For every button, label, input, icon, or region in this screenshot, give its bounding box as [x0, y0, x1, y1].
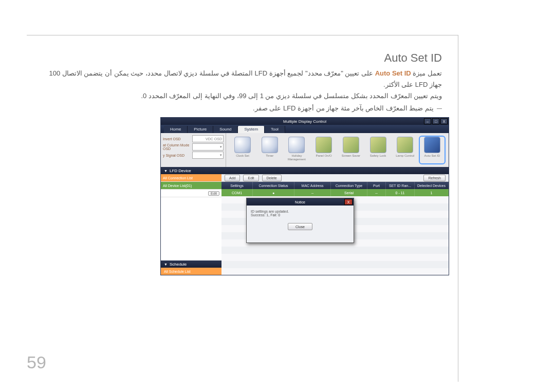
osd-row1-label: Invert OSD: [163, 137, 191, 141]
dialog-close-button[interactable]: Close: [288, 223, 312, 230]
osd-row3-label: y Signal OSD: [163, 154, 191, 157]
maximize-icon[interactable]: □: [432, 118, 439, 124]
ribbon-panel: Invert OSD VDC OSD at Column Mode OSD ▾ …: [161, 133, 449, 167]
ribbon-auto-set-id[interactable]: Auto Set ID: [420, 137, 445, 163]
col-conn-type[interactable]: Connection Type: [331, 182, 367, 189]
desc-1a: تعمل ميزة: [411, 69, 442, 77]
schedule-section-header[interactable]: Schedule: [161, 260, 221, 268]
lamp-icon: [397, 137, 413, 153]
right-vertical-rule: [458, 35, 458, 382]
tab-tool[interactable]: Tool: [265, 126, 285, 133]
ribbon-lamp-control[interactable]: Lamp Control: [393, 137, 417, 163]
ribbon-panel-onoff[interactable]: Panel On/O: [311, 137, 336, 163]
schedule-label: Schedule: [170, 262, 187, 267]
description-note: يتم ضبط المعرّف الخاص بآخر مئة جهاز من أ…: [47, 103, 442, 114]
notice-dialog: Notice X ID settings are updated. Succes…: [246, 198, 354, 243]
ribbon-timer[interactable]: Timer: [257, 137, 282, 163]
dialog-title: Notice: [295, 200, 305, 204]
section-heading: Auto Set ID: [384, 51, 442, 65]
app-window: Multiple Display Control – □ X Home Pict…: [160, 117, 449, 275]
cell-port: --: [367, 189, 386, 196]
sidebar-all-device-list[interactable]: All Device List(01): [161, 182, 221, 190]
cell-setid-range: 0 - 11: [386, 189, 415, 196]
window-title: Multiple Display Control: [283, 119, 326, 124]
lfd-device-section-header[interactable]: LFD Device: [161, 167, 449, 174]
col-setid-range[interactable]: SET ID Ran...: [386, 182, 415, 189]
dialog-line2: Success: 1, Fail: 0: [251, 213, 349, 217]
osd-row2-select[interactable]: ▾: [192, 143, 224, 151]
ribbon-clock-set[interactable]: Clock Set: [230, 137, 255, 163]
table-row[interactable]: COM1 ● -- Serial -- 0 - 11 1: [221, 189, 449, 196]
col-mac[interactable]: MAC Address: [294, 182, 331, 189]
ribbon-screen-saver[interactable]: Screen Saver: [339, 137, 363, 163]
ribbon-holiday[interactable]: Holiday Management: [284, 137, 309, 163]
dialog-close-icon[interactable]: X: [344, 199, 353, 205]
page-number: 59: [27, 352, 46, 372]
top-horizontal-rule: [27, 35, 458, 35]
ribbon-safety-lock[interactable]: Safety Lock: [366, 137, 391, 163]
dialog-body: ID settings are updated. Success: 1, Fai…: [247, 206, 354, 221]
panel-icon: [316, 137, 332, 153]
sidebar-group-label: Group: [163, 192, 173, 195]
main-menu-tabs: Home Picture Sound System Tool: [161, 125, 449, 133]
col-port[interactable]: Port: [367, 182, 386, 189]
col-conn-status[interactable]: Connection Status: [253, 182, 294, 189]
desc-keyword: Auto Set ID: [375, 69, 411, 77]
cell-conn-status: ●: [253, 189, 294, 196]
sidebar-edit-button[interactable]: Edit: [208, 191, 219, 196]
tab-sound[interactable]: Sound: [213, 126, 238, 133]
sidebar-all-schedule-list[interactable]: All Schedule List: [161, 268, 221, 275]
cell-detected: 1: [415, 189, 449, 196]
dialog-line1: ID settings are updated.: [251, 210, 349, 213]
cell-conn-type: Serial: [331, 189, 367, 196]
screensaver-icon: [343, 137, 359, 153]
lfd-device-label: LFD Device: [170, 169, 191, 173]
description-para-1: تعمل ميزة Auto Set ID على تعيين "معرّف م…: [47, 68, 442, 102]
minimize-icon[interactable]: –: [424, 118, 431, 124]
window-titlebar: Multiple Display Control – □ X: [161, 118, 449, 125]
tab-system[interactable]: System: [238, 126, 265, 133]
device-table-header: Settings Connection Status MAC Address C…: [221, 182, 449, 189]
col-settings[interactable]: Settings: [221, 182, 253, 189]
desc-line2: ويتم تعيين المعرّف المحدد بشكل متسلسل في…: [141, 92, 442, 100]
dialog-titlebar: Notice X: [247, 198, 354, 206]
tab-home[interactable]: Home: [164, 126, 188, 133]
osd-row2-label: at Column Mode OSD: [163, 143, 191, 151]
device-toolbar: Add Edit Delete Refresh: [221, 174, 449, 182]
osd-row1-select[interactable]: VDC OSD: [192, 135, 224, 142]
osd-row3-select[interactable]: ▾: [192, 152, 224, 159]
refresh-button[interactable]: Refresh: [423, 175, 446, 181]
lock-icon: [370, 137, 386, 153]
edit-button[interactable]: Edit: [243, 175, 258, 181]
calendar-icon: [288, 137, 305, 153]
delete-button[interactable]: Delete: [262, 175, 282, 181]
clock-icon: [234, 137, 251, 153]
device-tree-sidebar: All Connection List All Device List(01) …: [161, 174, 221, 275]
sidebar-all-connection-list[interactable]: All Connection List: [161, 174, 221, 182]
close-icon[interactable]: X: [440, 118, 448, 124]
timer-icon: [262, 137, 278, 153]
id-grid-icon: [424, 137, 440, 153]
sidebar-group-row[interactable]: Group Edit: [161, 190, 221, 197]
add-button[interactable]: Add: [225, 175, 240, 181]
cell-settings: COM1: [221, 189, 253, 196]
cell-mac: --: [294, 189, 331, 196]
tab-picture[interactable]: Picture: [188, 126, 213, 133]
col-detected[interactable]: Detected Devices: [415, 182, 449, 189]
